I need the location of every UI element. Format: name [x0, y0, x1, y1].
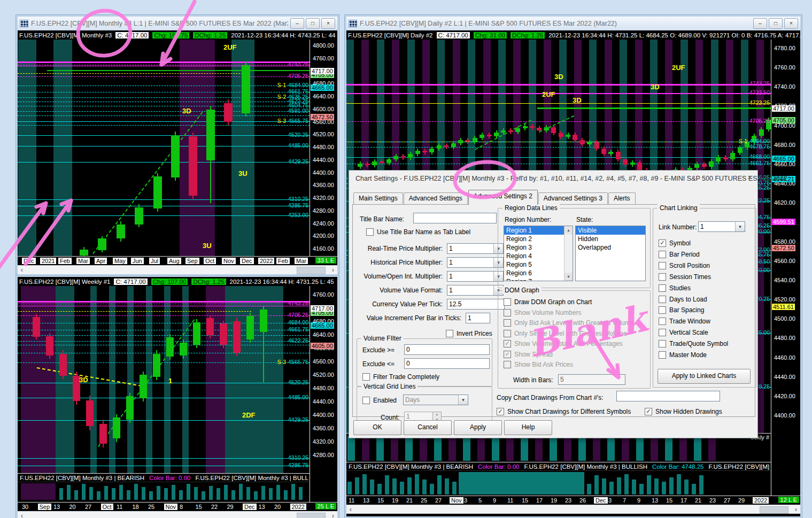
checkbox-use-title-bar-name[interactable]: Use Title Bar Name as Tab Label — [366, 228, 470, 236]
time-axis-label[interactable]: Nov — [222, 258, 236, 264]
maximize-button[interactable]: □ — [306, 18, 320, 29]
list-item-region-2[interactable]: Region 2 — [504, 235, 564, 243]
apply-to-linked-charts-button[interactable]: Apply to Linked Charts — [658, 369, 751, 384]
maximize-button[interactable]: □ — [769, 18, 783, 29]
checkbox-box[interactable] — [659, 306, 666, 314]
link-number-dropdown[interactable]: 1 ▼ — [698, 221, 745, 232]
tab-advanced-settings-2[interactable]: Advanced Settings 2 — [468, 190, 538, 205]
time-axis-label[interactable]: 20 — [69, 504, 76, 510]
list-item-overlapped[interactable]: Overlapped — [576, 243, 645, 252]
time-axis-label[interactable]: 3 — [464, 497, 467, 504]
checkbox-draw-dom-graph-on-chart[interactable]: Draw DOM Graph on Chart — [504, 298, 592, 306]
time-axis-label[interactable]: 27 — [85, 504, 91, 510]
close-button[interactable]: × — [321, 18, 335, 29]
time-axis-label[interactable]: 26 — [579, 497, 586, 504]
time-axis-label[interactable]: Apr — [95, 258, 107, 264]
checkbox-box[interactable]: ✓ — [645, 408, 652, 415]
list-item-region-4[interactable]: Region 4 — [504, 252, 564, 260]
checkbox-invert-prices[interactable]: Invert Prices — [446, 330, 492, 337]
spinner-up-icon[interactable]: ▲ — [433, 412, 441, 418]
scrollbar-thumb[interactable] — [297, 513, 326, 518]
time-axis-label[interactable]: Dec — [594, 497, 608, 504]
time-axis-label[interactable]: 11 — [349, 497, 354, 504]
time-axis-label[interactable]: 22 — [211, 504, 218, 510]
checkbox-box[interactable] — [366, 228, 374, 236]
scroll-right-arrow[interactable]: › — [329, 512, 337, 518]
checkbox-studies[interactable]: Studies — [659, 284, 691, 292]
time-axis-label[interactable]: Jul — [149, 258, 160, 264]
time-axis-label[interactable]: 29 — [738, 497, 745, 504]
exclude-ge-input[interactable] — [404, 344, 490, 355]
scroll-left-arrow[interactable]: ‹ — [18, 266, 26, 274]
time-axis-label[interactable]: Dec — [22, 258, 36, 264]
time-axis-label[interactable]: Sep — [38, 504, 52, 510]
time-axis-label[interactable]: 21 — [406, 497, 413, 504]
checkbox-vertical-scale[interactable]: Vertical Scale — [659, 329, 708, 336]
horizontal-scrollbar[interactable]: ‹ › — [346, 505, 800, 514]
checkbox-filter-trade-completely[interactable]: Filter Trade Completely — [362, 373, 439, 381]
time-axis-label[interactable]: 17 — [680, 497, 687, 504]
time-axis-label[interactable]: Mar — [295, 258, 308, 264]
time-axis-label[interactable]: Nov — [450, 497, 463, 504]
time-axis-label[interactable]: 27 — [724, 497, 730, 504]
time-axis-label[interactable]: 2021 — [40, 258, 56, 264]
list-item-region-1[interactable]: Region 1 — [504, 226, 564, 235]
time-axis-label[interactable]: Aug — [167, 258, 181, 264]
dialog-close-icon[interactable]: × — [747, 173, 752, 182]
time-axis-label[interactable]: 19 — [392, 497, 398, 504]
scroll-left-arrow[interactable]: ‹ — [18, 512, 26, 518]
time-axis-label[interactable]: Nov — [164, 504, 178, 510]
list-scrollbar[interactable]: ▲ ▼ — [564, 226, 573, 281]
time-axis-label[interactable]: 2022 — [258, 258, 274, 264]
title-bar-name-input[interactable] — [413, 213, 497, 223]
time-axis-label[interactable]: 18 — [133, 504, 139, 510]
time-axis-label[interactable]: Oct — [204, 258, 216, 264]
time-axis-label[interactable]: Jun — [131, 258, 144, 264]
checkbox-box[interactable] — [659, 273, 666, 281]
checkbox-trade-quote-symbol[interactable]: Trade/Quote Symbol — [659, 340, 728, 347]
time-axis-label[interactable]: 21 — [695, 497, 701, 504]
scroll-right-arrow[interactable]: › — [792, 505, 800, 514]
time-axis-label[interactable]: 9 — [637, 497, 640, 504]
checkbox-box[interactable] — [446, 330, 453, 337]
price-chart-weekly[interactable]: 4743.254705.254684.004661.754622.25S-345… — [18, 286, 310, 473]
tab-advanced-settings[interactable]: Advanced Settings — [404, 192, 468, 205]
copy-drawings-input[interactable] — [616, 391, 720, 401]
scrollbar-thumb[interactable] — [297, 267, 326, 274]
checkbox-box[interactable] — [362, 373, 370, 381]
value-increment-per-bar-in-ticks-input[interactable] — [466, 313, 490, 323]
time-axis-label[interactable]: 25 — [148, 504, 154, 510]
titlebar-monthly[interactable]: F.US.EPH22 [CBV][M] Monthly #3 L:1 | E-M… — [18, 17, 337, 30]
time-axis-daily[interactable]: 12 L E 11131519212527Nov359111517192326D… — [346, 496, 800, 505]
time-axis-label[interactable]: 25 — [421, 497, 427, 504]
checkbox-box[interactable] — [659, 340, 666, 347]
time-axis-label[interactable]: 15 — [377, 497, 384, 504]
price-scale-monthly[interactable]: 4800.004760.004720.004680.004640.004600.… — [310, 40, 337, 256]
list-item-region-7[interactable]: Region 7 — [504, 277, 564, 281]
scroll-right-arrow[interactable]: › — [329, 266, 337, 274]
checkbox-box[interactable]: ✓ — [659, 239, 666, 247]
volume-open-int-multiplier-dropdown[interactable]: 1▼ — [447, 271, 504, 282]
time-axis-label[interactable]: Oct — [101, 504, 113, 510]
time-axis-label[interactable]: 11 — [507, 497, 513, 504]
time-axis-weekly[interactable]: 25 L E 30Sep132027Oct111825Nov8152229Dec… — [18, 502, 337, 511]
checkbox-symbol[interactable]: ✓Symbol — [659, 239, 691, 247]
time-axis-label[interactable]: Dec — [240, 258, 254, 264]
checkbox-bar-spacing[interactable]: Bar Spacing — [659, 306, 704, 314]
time-axis-label[interactable]: 13 — [259, 504, 265, 510]
tab-alerts[interactable]: Alerts — [608, 192, 636, 205]
time-axis-label[interactable]: Feb — [58, 258, 72, 264]
checkbox-grid-enabled[interactable]: Enabled — [362, 397, 397, 404]
state-list[interactable]: VisibleHiddenOverlapped — [575, 226, 646, 281]
horizontal-scrollbar[interactable]: ‹ › — [18, 511, 337, 518]
checkbox-scroll-position[interactable]: Scroll Position — [659, 262, 710, 269]
checkbox-master-mode[interactable]: Master Mode — [659, 351, 707, 359]
tab-main-settings[interactable]: Main Settings — [353, 192, 403, 205]
time-axis-label[interactable]: 23 — [565, 497, 571, 504]
currency-value-per-tick-input[interactable] — [447, 299, 505, 310]
ok-button[interactable]: OK — [353, 420, 401, 435]
exclude-le-input[interactable] — [404, 358, 490, 369]
time-axis-label[interactable]: 23 — [709, 497, 716, 504]
list-item-region-5[interactable]: Region 5 — [504, 260, 564, 269]
cancel-button[interactable]: Cancel — [404, 420, 452, 435]
